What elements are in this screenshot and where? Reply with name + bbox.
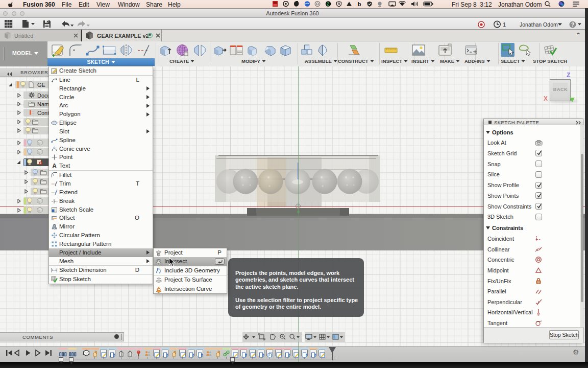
svg-text:A: A [52, 163, 57, 169]
svg-text:Jonathan Odom: Jonathan Odom [520, 21, 558, 28]
svg-text:b: b [358, 1, 361, 7]
svg-text:5: 5 [338, 2, 340, 6]
svg-text:1: 1 [503, 21, 506, 28]
svg-text:GEAR EXAMPLE v2*: GEAR EXAMPLE v2* [97, 33, 151, 39]
svg-text:?: ? [571, 22, 574, 28]
